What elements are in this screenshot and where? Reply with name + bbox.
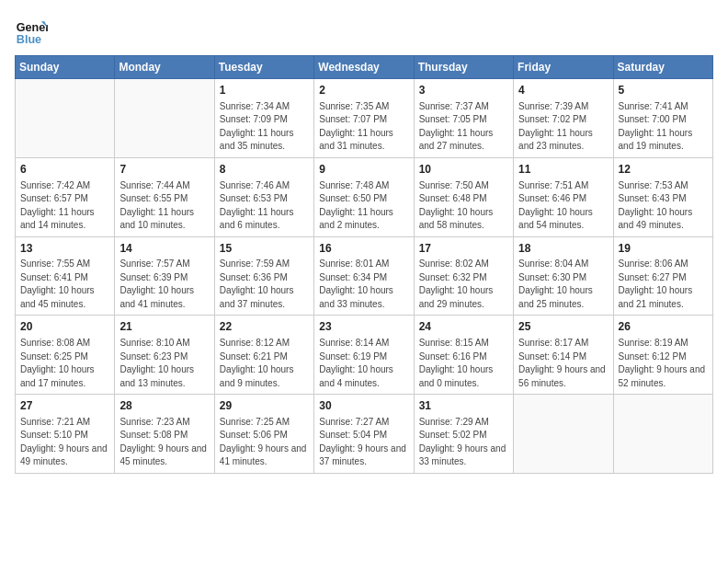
calendar-table: SundayMondayTuesdayWednesdayThursdayFrid… bbox=[15, 55, 713, 474]
day-number: 9 bbox=[319, 162, 408, 178]
day-number: 4 bbox=[518, 83, 608, 98]
day-number: 10 bbox=[419, 162, 508, 178]
day-info: Sunrise: 7:27 AM Sunset: 5:04 PM Dayligh… bbox=[319, 416, 408, 469]
calendar-day-cell: 20Sunrise: 8:08 AM Sunset: 6:25 PM Dayli… bbox=[16, 316, 115, 395]
day-number: 6 bbox=[20, 162, 109, 178]
weekday-header: Monday bbox=[115, 56, 214, 79]
calendar-day-cell: 19Sunrise: 8:06 AM Sunset: 6:27 PM Dayli… bbox=[613, 236, 712, 316]
calendar-week-row: 1Sunrise: 7:34 AM Sunset: 7:09 PM Daylig… bbox=[16, 79, 713, 158]
day-number: 26 bbox=[619, 319, 708, 335]
calendar-day-cell: 28Sunrise: 7:23 AM Sunset: 5:08 PM Dayli… bbox=[115, 395, 214, 474]
day-number: 22 bbox=[220, 319, 309, 335]
logo-icon: General Blue bbox=[15, 15, 48, 48]
day-info: Sunrise: 7:55 AM Sunset: 6:41 PM Dayligh… bbox=[20, 258, 109, 311]
calendar-day-cell: 3Sunrise: 7:37 AM Sunset: 7:05 PM Daylig… bbox=[414, 79, 513, 158]
calendar-day-cell: 9Sunrise: 7:48 AM Sunset: 6:50 PM Daylig… bbox=[314, 157, 414, 236]
calendar-day-cell: 7Sunrise: 7:44 AM Sunset: 6:55 PM Daylig… bbox=[115, 157, 214, 236]
day-info: Sunrise: 8:15 AM Sunset: 6:16 PM Dayligh… bbox=[419, 337, 508, 390]
day-number: 15 bbox=[220, 241, 309, 257]
day-number: 3 bbox=[419, 83, 508, 98]
calendar-day-cell: 31Sunrise: 7:29 AM Sunset: 5:02 PM Dayli… bbox=[414, 395, 513, 474]
day-number: 16 bbox=[319, 241, 408, 257]
day-info: Sunrise: 8:17 AM Sunset: 6:14 PM Dayligh… bbox=[518, 337, 608, 390]
calendar-day-cell bbox=[613, 395, 712, 474]
day-number: 8 bbox=[220, 162, 309, 178]
weekday-header: Tuesday bbox=[214, 56, 313, 79]
calendar-day-cell: 4Sunrise: 7:39 AM Sunset: 7:02 PM Daylig… bbox=[514, 79, 613, 158]
weekday-header: Friday bbox=[514, 56, 613, 79]
calendar-day-cell: 1Sunrise: 7:34 AM Sunset: 7:09 PM Daylig… bbox=[214, 79, 313, 158]
calendar-day-cell: 8Sunrise: 7:46 AM Sunset: 6:53 PM Daylig… bbox=[214, 157, 313, 236]
calendar-day-cell: 25Sunrise: 8:17 AM Sunset: 6:14 PM Dayli… bbox=[514, 316, 613, 395]
day-info: Sunrise: 7:23 AM Sunset: 5:08 PM Dayligh… bbox=[119, 416, 209, 469]
day-info: Sunrise: 7:53 AM Sunset: 6:43 PM Dayligh… bbox=[619, 179, 708, 233]
calendar-day-cell: 27Sunrise: 7:21 AM Sunset: 5:10 PM Dayli… bbox=[16, 395, 115, 474]
calendar-day-cell: 26Sunrise: 8:19 AM Sunset: 6:12 PM Dayli… bbox=[613, 316, 712, 395]
day-number: 20 bbox=[20, 319, 109, 335]
day-info: Sunrise: 7:21 AM Sunset: 5:10 PM Dayligh… bbox=[20, 416, 109, 469]
day-info: Sunrise: 7:34 AM Sunset: 7:09 PM Dayligh… bbox=[220, 100, 309, 154]
weekday-header: Saturday bbox=[613, 56, 712, 79]
day-number: 2 bbox=[319, 83, 408, 98]
day-number: 30 bbox=[319, 398, 408, 414]
day-number: 18 bbox=[518, 241, 608, 257]
day-info: Sunrise: 7:46 AM Sunset: 6:53 PM Dayligh… bbox=[220, 179, 309, 233]
day-number: 31 bbox=[419, 398, 508, 414]
calendar-day-cell: 12Sunrise: 7:53 AM Sunset: 6:43 PM Dayli… bbox=[613, 157, 712, 236]
calendar-day-cell: 16Sunrise: 8:01 AM Sunset: 6:34 PM Dayli… bbox=[314, 236, 414, 316]
day-info: Sunrise: 7:35 AM Sunset: 7:07 PM Dayligh… bbox=[319, 100, 408, 154]
day-number: 14 bbox=[119, 241, 209, 257]
day-info: Sunrise: 8:01 AM Sunset: 6:34 PM Dayligh… bbox=[319, 258, 408, 311]
day-info: Sunrise: 8:19 AM Sunset: 6:12 PM Dayligh… bbox=[619, 337, 708, 390]
day-number: 29 bbox=[220, 398, 309, 414]
calendar-day-cell: 24Sunrise: 8:15 AM Sunset: 6:16 PM Dayli… bbox=[414, 316, 513, 395]
day-number: 1 bbox=[220, 83, 309, 98]
day-number: 24 bbox=[419, 319, 508, 335]
calendar-week-row: 13Sunrise: 7:55 AM Sunset: 6:41 PM Dayli… bbox=[16, 236, 713, 316]
day-info: Sunrise: 7:39 AM Sunset: 7:02 PM Dayligh… bbox=[518, 100, 608, 154]
calendar-day-cell: 30Sunrise: 7:27 AM Sunset: 5:04 PM Dayli… bbox=[314, 395, 414, 474]
weekday-header: Wednesday bbox=[314, 56, 414, 79]
day-info: Sunrise: 7:41 AM Sunset: 7:00 PM Dayligh… bbox=[619, 100, 708, 154]
day-info: Sunrise: 7:42 AM Sunset: 6:57 PM Dayligh… bbox=[20, 179, 109, 233]
day-info: Sunrise: 7:44 AM Sunset: 6:55 PM Dayligh… bbox=[119, 179, 209, 233]
day-info: Sunrise: 7:48 AM Sunset: 6:50 PM Dayligh… bbox=[319, 179, 408, 233]
calendar-day-cell: 18Sunrise: 8:04 AM Sunset: 6:30 PM Dayli… bbox=[514, 236, 613, 316]
day-number: 7 bbox=[119, 162, 209, 178]
calendar-day-cell bbox=[514, 395, 613, 474]
day-number: 11 bbox=[518, 162, 608, 178]
day-info: Sunrise: 8:04 AM Sunset: 6:30 PM Dayligh… bbox=[518, 258, 608, 311]
calendar-week-row: 6Sunrise: 7:42 AM Sunset: 6:57 PM Daylig… bbox=[16, 157, 713, 236]
day-info: Sunrise: 8:08 AM Sunset: 6:25 PM Dayligh… bbox=[20, 337, 109, 390]
calendar-day-cell: 11Sunrise: 7:51 AM Sunset: 6:46 PM Dayli… bbox=[514, 157, 613, 236]
day-info: Sunrise: 8:12 AM Sunset: 6:21 PM Dayligh… bbox=[220, 337, 309, 390]
day-info: Sunrise: 7:50 AM Sunset: 6:48 PM Dayligh… bbox=[419, 179, 508, 233]
calendar-week-row: 27Sunrise: 7:21 AM Sunset: 5:10 PM Dayli… bbox=[16, 395, 713, 474]
day-number: 28 bbox=[119, 398, 209, 414]
day-info: Sunrise: 7:25 AM Sunset: 5:06 PM Dayligh… bbox=[220, 416, 309, 469]
calendar-day-cell: 13Sunrise: 7:55 AM Sunset: 6:41 PM Dayli… bbox=[16, 236, 115, 316]
page-header: General Blue bbox=[15, 15, 713, 48]
day-number: 25 bbox=[518, 319, 608, 335]
weekday-header: Thursday bbox=[414, 56, 513, 79]
svg-text:Blue: Blue bbox=[17, 33, 41, 46]
day-info: Sunrise: 8:06 AM Sunset: 6:27 PM Dayligh… bbox=[619, 258, 708, 311]
day-info: Sunrise: 7:59 AM Sunset: 6:36 PM Dayligh… bbox=[220, 258, 309, 311]
day-info: Sunrise: 7:51 AM Sunset: 6:46 PM Dayligh… bbox=[518, 179, 608, 233]
day-info: Sunrise: 8:02 AM Sunset: 6:32 PM Dayligh… bbox=[419, 258, 508, 311]
calendar-day-cell: 29Sunrise: 7:25 AM Sunset: 5:06 PM Dayli… bbox=[214, 395, 313, 474]
weekday-header: Sunday bbox=[16, 56, 115, 79]
day-number: 13 bbox=[20, 241, 109, 257]
day-number: 21 bbox=[119, 319, 209, 335]
calendar-day-cell: 15Sunrise: 7:59 AM Sunset: 6:36 PM Dayli… bbox=[214, 236, 313, 316]
calendar-week-row: 20Sunrise: 8:08 AM Sunset: 6:25 PM Dayli… bbox=[16, 316, 713, 395]
calendar-day-cell bbox=[16, 79, 115, 158]
day-number: 23 bbox=[319, 319, 408, 335]
calendar-day-cell: 23Sunrise: 8:14 AM Sunset: 6:19 PM Dayli… bbox=[314, 316, 414, 395]
calendar-day-cell: 22Sunrise: 8:12 AM Sunset: 6:21 PM Dayli… bbox=[214, 316, 313, 395]
calendar-day-cell: 2Sunrise: 7:35 AM Sunset: 7:07 PM Daylig… bbox=[314, 79, 414, 158]
day-number: 17 bbox=[419, 241, 508, 257]
day-number: 19 bbox=[619, 241, 708, 257]
calendar-day-cell: 14Sunrise: 7:57 AM Sunset: 6:39 PM Dayli… bbox=[115, 236, 214, 316]
calendar-day-cell bbox=[115, 79, 214, 158]
